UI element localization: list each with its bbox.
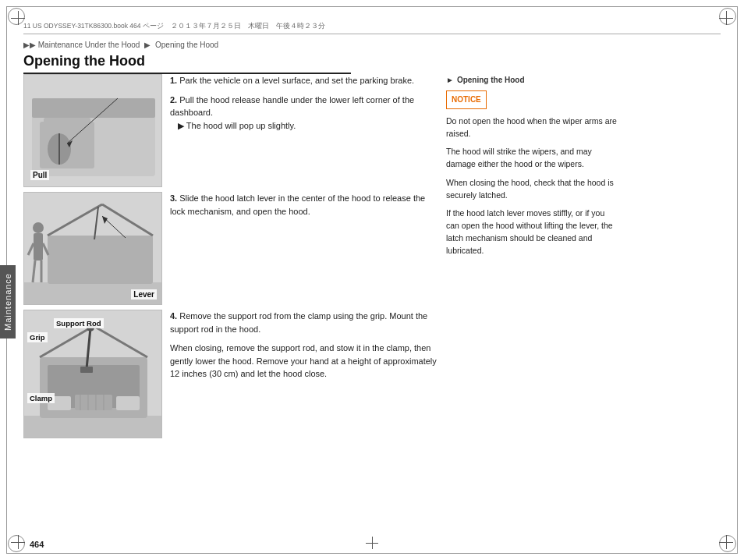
- breadcrumb: ▶▶ Maintenance Under the Hood ▶ Opening …: [23, 41, 218, 49]
- header-book-info: 11 US ODYSSEY-31TK86300.book 464 ページ ２０１…: [23, 22, 721, 31]
- notice-box: NOTICE: [446, 90, 487, 109]
- closing-text: When closing, remove the support rod, an…: [170, 342, 437, 381]
- svg-rect-16: [34, 233, 43, 261]
- support-rod-label: Support Rod: [54, 318, 104, 328]
- content-row-1: Hood Release Handle: [23, 74, 437, 187]
- right-section-title: ► Opening the Hood: [446, 74, 618, 86]
- image-support-rod: Grip Support Rod Clamp: [23, 310, 162, 438]
- page-number: 464: [30, 540, 44, 549]
- svg-rect-24: [24, 416, 161, 438]
- svg-point-15: [33, 222, 44, 233]
- step-3: 3. Slide the hood latch lever in the cen…: [170, 192, 437, 218]
- right-column: ► Opening the Hood NOTICE Do not open th…: [446, 74, 618, 537]
- step-4: 4. Remove the support rod from the clamp…: [170, 310, 437, 335]
- notice-label: NOTICE: [452, 95, 481, 104]
- step-2: 2. Pull the hood release handle under th…: [170, 94, 437, 133]
- step-4-closing-col: 4. Remove the support rod from the clamp…: [170, 310, 437, 438]
- breadcrumb-sep: ▶: [144, 41, 151, 49]
- header: 11 US ODYSSEY-31TK86300.book 464 ページ ２０１…: [23, 22, 721, 34]
- breadcrumb-item-2: Opening the Hood: [155, 41, 218, 49]
- breadcrumb-item-1: Maintenance Under the Hood: [38, 41, 140, 49]
- svg-rect-3: [44, 118, 90, 129]
- step-1: 1. Park the vehicle on a level surface, …: [170, 74, 437, 87]
- svg-rect-4: [32, 98, 155, 118]
- main-content: Hood Release Handle: [23, 74, 721, 537]
- page-title: Opening the Hood: [23, 53, 351, 74]
- notice-para-1: Do not open the hood when the wiper arms…: [446, 115, 618, 140]
- pull-label: Pull: [30, 170, 49, 180]
- image-hood-release: Hood Release Handle: [23, 74, 162, 187]
- step-3-text-col: 3. Slide the hood latch lever in the cen…: [170, 192, 437, 305]
- bottom-center-mark: [366, 537, 378, 549]
- step2-arrow-icon: ▶: [178, 121, 184, 130]
- img3-sketch: [24, 310, 161, 438]
- notice-para-2: The hood will strike the wipers, and may…: [446, 146, 618, 171]
- content-row-2: Lever 3. Slide the hood latch lever in t…: [23, 192, 437, 305]
- sidebar-maintenance-label: Maintenance: [0, 265, 16, 338]
- lever-label: Lever: [131, 289, 157, 299]
- right-section-icon: ►: [446, 74, 454, 86]
- image-hood-open: Lever: [23, 192, 162, 305]
- svg-rect-11: [48, 236, 153, 284]
- content-row-3: Grip Support Rod Clamp 4. Remove the sup…: [23, 310, 437, 438]
- steps-1-2: 1. Park the vehicle on a level surface, …: [170, 74, 437, 187]
- clamp-label: Clamp: [27, 393, 55, 403]
- img2-sketch: [24, 193, 161, 304]
- grip-label: Grip: [27, 332, 48, 342]
- svg-rect-31: [80, 367, 93, 373]
- breadcrumb-arrow1: ▶▶: [23, 41, 36, 49]
- svg-rect-33: [116, 396, 140, 410]
- left-column: Hood Release Handle: [23, 74, 437, 537]
- notice-para-4: If the hood latch lever moves stiffly, o…: [446, 207, 618, 257]
- notice-para-3: When closing the hood, check that the ho…: [446, 177, 618, 202]
